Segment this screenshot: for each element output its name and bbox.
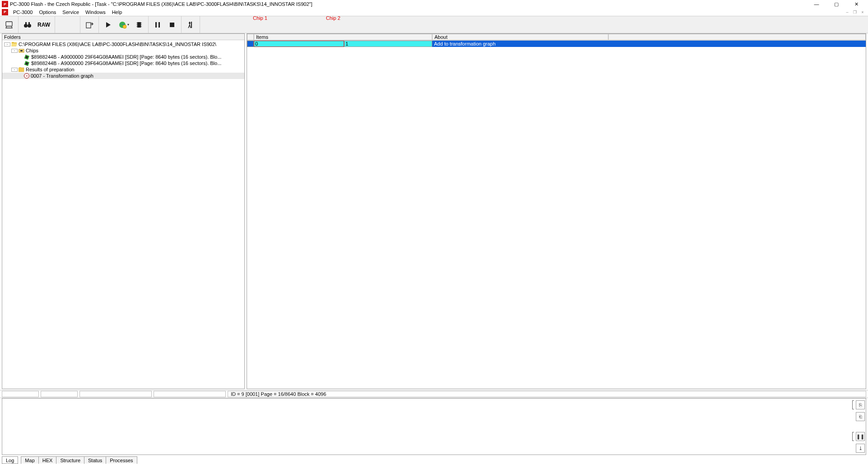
window-titlebar: P PC-3000 Flash - the Czech Republic - […: [0, 0, 868, 8]
chip-item-icon: [24, 61, 30, 66]
mdi-close-button[interactable]: ×: [859, 9, 866, 15]
grid-item-1[interactable]: 1: [344, 41, 432, 47]
grid-header-marker[interactable]: [247, 34, 254, 40]
svg-rect-16: [155, 22, 157, 28]
tab-status[interactable]: Status: [84, 456, 106, 464]
export-icon-button[interactable]: [83, 19, 96, 31]
folders-panel: Folders - C:\PROGRAM FILES (X86)\ACE LAB…: [2, 33, 245, 389]
grid-header-rest[interactable]: [608, 34, 866, 40]
menu-help[interactable]: Help: [109, 9, 126, 15]
status-box-4: [154, 391, 226, 397]
binoculars-icon-button[interactable]: [21, 19, 34, 31]
copy-icon-button[interactable]: ⎘: [856, 400, 865, 409]
save-log-icon-button[interactable]: ⤓: [856, 444, 865, 453]
exit-icon-button[interactable]: [184, 19, 197, 31]
svg-point-8: [123, 25, 126, 28]
grid-item-0[interactable]: 0: [254, 41, 344, 47]
tree-results-label: Results of preparation: [26, 67, 75, 72]
task-icon: P: [2, 9, 8, 15]
tab-structure[interactable]: Structure: [56, 456, 84, 464]
chip-icon-button[interactable]: [133, 19, 145, 31]
grid-cell-rest[interactable]: [608, 41, 866, 47]
grid-cell-about[interactable]: Add to transformation graph: [432, 41, 608, 47]
status-box-2: [41, 391, 78, 397]
status-box-3: [79, 391, 152, 397]
folders-tree[interactable]: - C:\PROGRAM FILES (X86)\ACE LAB\PC-3000…: [2, 40, 244, 389]
mdi-restore-button[interactable]: ❐: [851, 9, 859, 15]
tab-hex[interactable]: HEX: [38, 456, 57, 464]
svg-rect-0: [6, 22, 12, 26]
tree-results-row[interactable]: - Results of preparation: [2, 66, 244, 73]
window-controls: — ▢ ✕: [807, 0, 866, 8]
grid-row-marker[interactable]: [247, 41, 254, 47]
mdi-minimize-button[interactable]: –: [844, 9, 851, 15]
menu-service[interactable]: Service: [59, 9, 82, 15]
chip1-annotation: Chip 1: [253, 15, 267, 21]
svg-point-1: [24, 24, 28, 28]
tab-map[interactable]: Map: [21, 456, 38, 464]
svg-rect-22: [20, 50, 23, 51]
menu-windows[interactable]: Windows: [82, 9, 109, 15]
svg-rect-3: [25, 22, 27, 24]
grid-cell-items[interactable]: 0 1: [254, 41, 432, 47]
raw-button[interactable]: RAW: [36, 19, 52, 31]
reader-icon-button[interactable]: [3, 19, 15, 31]
toolbar: RAW ▾ Chip 1 Chip 2: [0, 16, 868, 33]
status-text-box: ID = 9 [0001] Page = 16/8640 Block = 409…: [228, 391, 866, 397]
maximize-button[interactable]: ▢: [826, 0, 846, 8]
chevron-down-icon: ▾: [127, 23, 129, 27]
bottom-tabs: Log Map HEX Structure Status Processes: [0, 455, 868, 464]
svg-point-19: [189, 22, 191, 24]
tab-log[interactable]: Log: [2, 456, 18, 464]
svg-point-2: [28, 24, 31, 28]
tree-root-label: C:\PROGRAM FILES (X86)\ACE LAB\PC-3000FL…: [19, 42, 216, 47]
graph-node-icon: ⨉: [24, 73, 29, 79]
globe-icon-button[interactable]: ▾: [116, 19, 131, 31]
svg-rect-17: [159, 22, 160, 28]
tree-chips-label: Chips: [26, 48, 38, 53]
tree-collapse-icon[interactable]: -: [11, 49, 18, 53]
chip2-annotation: Chip 2: [326, 15, 341, 21]
tree-chip-row[interactable]: $8988244B - A9000000 29F64G08AAMEI [SDR]…: [2, 60, 244, 66]
status-text: ID = 9 [0001] Page = 16/8640 Block = 409…: [231, 391, 326, 397]
tree-chip-row[interactable]: $8988244B - A9000000 29F64G08AAMEI [SDR]…: [2, 54, 244, 60]
svg-rect-18: [170, 23, 174, 27]
chip-item-icon: [24, 55, 30, 60]
log-side-controls: ⎘ ⎗ ❚❚ ⤓: [856, 400, 865, 453]
folder-icon: [19, 67, 24, 72]
menu-options[interactable]: Options: [36, 9, 59, 15]
svg-rect-9: [137, 22, 141, 28]
workspace: Folders - C:\PROGRAM FILES (X86)\ACE LAB…: [0, 33, 868, 390]
tree-chips-row[interactable]: - Chips: [2, 47, 244, 54]
window-title: PC-3000 Flash - the Czech Republic - [Ta…: [10, 1, 807, 7]
menu-pc3000[interactable]: PC-3000: [10, 9, 36, 15]
tree-chip-label: $8988244B - A9000000 29F64G08AAMEI [SDR]…: [31, 54, 221, 60]
tree-collapse-icon[interactable]: -: [11, 68, 18, 72]
grid-header-items[interactable]: Items: [254, 34, 432, 40]
grid-body[interactable]: 0 1 Add to transformation graph: [247, 41, 866, 389]
stop-icon-button[interactable]: [166, 19, 178, 31]
pause-log-icon-button[interactable]: ❚❚: [856, 432, 865, 441]
log-panel[interactable]: ⎘ ⎗ ❚❚ ⤓: [2, 398, 866, 455]
paste-icon-button[interactable]: ⎗: [856, 412, 865, 421]
tree-root-row[interactable]: - C:\PROGRAM FILES (X86)\ACE LAB\PC-3000…: [2, 41, 244, 47]
tree-result-item-row[interactable]: ⨉ 0007 - Transformation graph: [2, 73, 244, 79]
tree-collapse-icon[interactable]: -: [4, 42, 10, 46]
tree-chip-label: $8988244B - A9000000 29F64G08AAMEI [SDR]…: [31, 60, 221, 66]
tree-result-item-label: 0007 - Transformation graph: [31, 73, 93, 79]
pause-icon-button[interactable]: [151, 19, 164, 31]
folder-open-icon: [11, 42, 17, 47]
svg-rect-5: [86, 23, 91, 28]
chip-annotations: Chip 1 Chip 2: [253, 15, 341, 21]
minimize-button[interactable]: —: [807, 0, 826, 8]
grid-header-about[interactable]: About: [432, 34, 608, 40]
status-box-1: [2, 391, 39, 397]
tab-processes[interactable]: Processes: [106, 456, 137, 464]
play-icon-button[interactable]: [102, 19, 114, 31]
grid-row[interactable]: 0 1 Add to transformation graph: [247, 41, 866, 47]
svg-marker-6: [106, 22, 111, 28]
svg-rect-20: [191, 22, 192, 28]
app-icon: P: [2, 1, 8, 7]
close-button[interactable]: ✕: [846, 0, 866, 8]
menubar: P PC-3000 Options Service Windows Help –…: [0, 8, 868, 16]
